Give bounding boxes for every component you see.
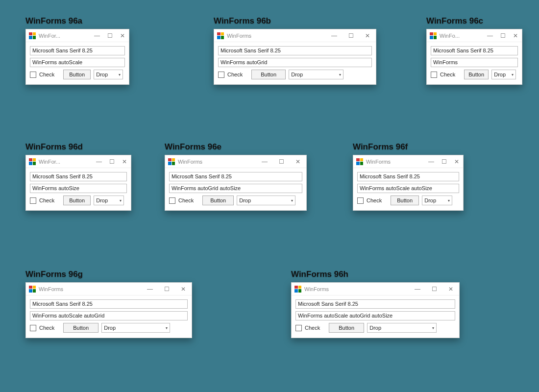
close-button[interactable]: ✕ (442, 283, 459, 295)
action-button[interactable]: Button (202, 196, 234, 205)
text-field-1[interactable]: Microsoft Sans Serif 8.25 (357, 172, 459, 181)
dropdown[interactable]: Drop▾ (101, 323, 170, 333)
window-b: WinForms—☐✕Microsoft Sans Serif 8.25WinF… (214, 29, 376, 85)
maximize-button[interactable]: ☐ (438, 155, 450, 168)
checkbox[interactable] (431, 72, 437, 78)
text-field-2[interactable]: WinForms autoScale autoGrid (30, 311, 188, 320)
text-field-1[interactable]: Microsoft Sans Serif 8.25 (30, 172, 127, 181)
app-icon (430, 32, 437, 39)
titlebar[interactable]: WinForms—☐✕ (26, 283, 192, 295)
titlebar[interactable]: WinForms—☐✕ (165, 155, 306, 168)
checkbox-label: Check (367, 197, 382, 203)
dropdown[interactable]: Drop▾ (94, 70, 123, 79)
dropdown[interactable]: Drop▾ (491, 70, 516, 79)
group-label-c: WinForms 96c (426, 16, 522, 26)
window-title: WinForms (227, 33, 251, 39)
titlebar[interactable]: WinForms—☐✕ (214, 29, 376, 42)
maximize-button[interactable]: ☐ (426, 283, 442, 295)
checkbox[interactable] (357, 197, 364, 204)
text-field-2[interactable]: WinForms autoGrid (218, 58, 372, 67)
action-button[interactable]: Button (329, 323, 364, 333)
text-field-1[interactable]: Microsoft Sans Serif 8.25 (431, 46, 518, 55)
close-button[interactable]: ✕ (450, 155, 463, 168)
dropdown[interactable]: Drop▾ (367, 323, 437, 333)
minimize-button[interactable]: — (484, 29, 496, 42)
text-field-2[interactable]: WinForms autoSize (30, 184, 127, 193)
maximize-button[interactable]: ☐ (496, 29, 509, 42)
chevron-down-icon: ▾ (120, 198, 122, 203)
text-field-2[interactable]: WinForms autoScale autoGrid autoSize (295, 311, 455, 320)
titlebar[interactable]: WinFor...—☐✕ (26, 29, 129, 42)
checkbox[interactable] (30, 72, 36, 78)
action-button[interactable]: Button (391, 196, 419, 205)
close-button[interactable]: ✕ (175, 283, 192, 295)
maximize-button[interactable]: ☐ (343, 29, 359, 42)
minimize-button[interactable]: — (256, 155, 273, 168)
checkbox[interactable] (169, 197, 175, 204)
checkbox-label: Check (305, 325, 320, 331)
action-button[interactable]: Button (251, 70, 286, 79)
action-button[interactable]: Button (63, 196, 91, 205)
checkbox-label: Check (440, 72, 455, 77)
close-button[interactable]: ✕ (116, 29, 129, 42)
maximize-button[interactable]: ☐ (103, 29, 116, 42)
text-field-1[interactable]: Microsoft Sans Serif 8.25 (295, 299, 455, 309)
chevron-down-icon: ▾ (119, 73, 121, 77)
dropdown[interactable]: Drop▾ (289, 70, 343, 79)
minimize-button[interactable]: — (93, 155, 105, 168)
text-field-1[interactable]: Microsoft Sans Serif 8.25 (169, 172, 302, 181)
titlebar[interactable]: WinForms—☐✕ (292, 283, 459, 295)
window-d: WinFor...—☐✕Microsoft Sans Serif 8.25Win… (25, 155, 131, 211)
checkbox[interactable] (218, 72, 224, 78)
close-button[interactable]: ✕ (290, 155, 306, 168)
dropdown-label: Drop (291, 72, 303, 77)
window-title: WinForms (366, 159, 391, 165)
action-button[interactable]: Button (464, 70, 489, 79)
action-button[interactable]: Button (63, 70, 91, 79)
maximize-button[interactable]: ☐ (273, 155, 290, 168)
chevron-down-icon: ▾ (291, 198, 293, 203)
app-icon (29, 286, 36, 293)
dropdown-label: Drop (494, 72, 506, 77)
dropdown-label: Drop (239, 197, 251, 203)
checkbox[interactable] (295, 325, 302, 331)
window-title: WinFor... (39, 159, 60, 165)
maximize-button[interactable]: ☐ (158, 283, 175, 295)
minimize-button[interactable]: — (91, 29, 103, 42)
minimize-button[interactable]: — (326, 29, 343, 42)
text-field-1[interactable]: Microsoft Sans Serif 8.25 (218, 46, 372, 55)
chevron-down-icon: ▾ (166, 326, 168, 330)
action-button[interactable]: Button (63, 323, 98, 333)
text-field-2[interactable]: WinForms (431, 58, 518, 67)
titlebar[interactable]: WinFo...—☐✕ (427, 29, 522, 42)
minimize-button[interactable]: — (425, 155, 438, 168)
window-title: WinForms (178, 159, 202, 165)
window-e: WinForms—☐✕Microsoft Sans Serif 8.25WinF… (165, 155, 307, 211)
minimize-button[interactable]: — (142, 283, 158, 295)
text-field-1[interactable]: Microsoft Sans Serif 8.25 (30, 46, 125, 55)
dropdown[interactable]: Drop▾ (422, 196, 452, 205)
text-field-1[interactable]: Microsoft Sans Serif 8.25 (30, 299, 188, 309)
dropdown[interactable]: Drop▾ (94, 196, 124, 205)
maximize-button[interactable]: ☐ (105, 155, 118, 168)
text-field-2[interactable]: WinForms autoScale autoSize (357, 184, 459, 193)
titlebar[interactable]: WinForms—☐✕ (353, 155, 463, 168)
text-field-2[interactable]: WinForms autoGrid autoSize (169, 184, 302, 193)
group-label-h: WinForms 96h (291, 270, 460, 279)
close-button[interactable]: ✕ (359, 29, 376, 42)
checkbox[interactable] (30, 325, 36, 331)
app-icon (294, 286, 301, 293)
minimize-button[interactable]: — (409, 283, 426, 295)
window-f: WinForms—☐✕Microsoft Sans Serif 8.25WinF… (353, 155, 464, 211)
dropdown[interactable]: Drop▾ (237, 196, 295, 205)
checkbox[interactable] (30, 197, 36, 204)
window-title: WinForms (304, 286, 329, 292)
window-a: WinFor...—☐✕Microsoft Sans Serif 8.25Win… (25, 29, 129, 85)
checkbox-label: Check (39, 197, 54, 203)
close-button[interactable]: ✕ (118, 155, 131, 168)
close-button[interactable]: ✕ (509, 29, 522, 42)
window-title: WinFor... (39, 33, 60, 39)
text-field-2[interactable]: WinForms autoScale (30, 58, 125, 67)
titlebar[interactable]: WinFor...—☐✕ (26, 155, 131, 168)
checkbox-label: Check (39, 325, 54, 331)
